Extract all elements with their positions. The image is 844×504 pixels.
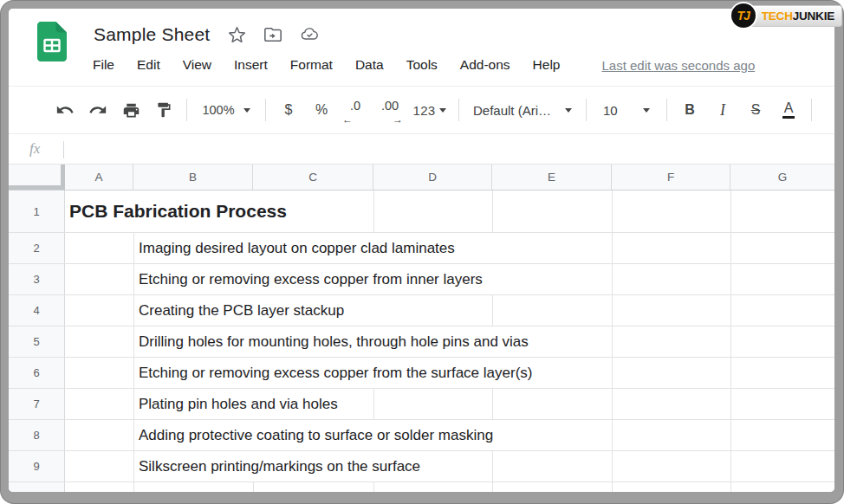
- toolbar-separator: [458, 99, 459, 121]
- menu-tools[interactable]: Tools: [406, 57, 438, 73]
- italic-button[interactable]: I: [706, 94, 739, 126]
- techjunkie-wordmark: TECHJUNKIE: [750, 5, 842, 27]
- font-size-select[interactable]: 10: [593, 94, 660, 126]
- printer-icon: [122, 101, 140, 120]
- chevron-down-icon: [439, 108, 446, 113]
- sheet-row[interactable]: 8 Adding protective coating to surface o…: [9, 420, 834, 451]
- techjunkie-badge: TJ TECHJUNKIE: [731, 3, 842, 28]
- paint-roller-icon: [155, 101, 172, 119]
- more-formats-label: 123: [413, 103, 436, 118]
- screenshot: Sample Sheet File Edit View Insert Forma…: [0, 0, 844, 504]
- cell-text: Adding protective coating to surface or …: [139, 420, 493, 450]
- cloud-saved-icon[interactable]: [300, 25, 319, 44]
- row-header[interactable]: 9: [9, 451, 65, 481]
- font-select[interactable]: Default (Ari…: [465, 94, 580, 126]
- row-header[interactable]: 1: [9, 191, 65, 232]
- menu-format[interactable]: Format: [290, 57, 333, 73]
- column-header-g[interactable]: G: [730, 165, 834, 190]
- menu-file[interactable]: File: [93, 57, 114, 73]
- arrow-left-icon: ←: [342, 114, 353, 125]
- arrow-right-icon: →: [393, 114, 403, 125]
- cell-text: Etching or removing excess copper from t…: [139, 358, 532, 388]
- column-header-b[interactable]: B: [133, 165, 253, 190]
- decrease-decimal-button[interactable]: .0 ←: [338, 94, 373, 126]
- chevron-down-icon: [243, 108, 250, 113]
- techjunkie-monogram-icon: TJ: [731, 3, 756, 28]
- toolbar-separator: [265, 99, 266, 121]
- print-button[interactable]: [114, 94, 147, 126]
- bold-button[interactable]: B: [673, 94, 706, 126]
- sheet-row-partial[interactable]: [9, 482, 834, 492]
- column-header-c[interactable]: C: [253, 165, 373, 190]
- cell-text: Creating the PCB layer stackup: [139, 295, 344, 326]
- text-color-button[interactable]: A: [772, 94, 805, 126]
- toolbar-separator: [666, 99, 667, 121]
- row-header[interactable]: [9, 482, 65, 492]
- row-header[interactable]: 5: [9, 326, 65, 357]
- paint-format-button[interactable]: [147, 94, 180, 126]
- sheet-row[interactable]: 9 Silkscreen printing/markings on the su…: [9, 451, 834, 482]
- menu-help[interactable]: Help: [533, 57, 561, 73]
- brand-text-junkie: JUNKIE: [793, 10, 834, 23]
- menu-edit[interactable]: Edit: [137, 57, 160, 73]
- increase-decimal-label: .00: [381, 99, 399, 113]
- cell-text: Drilling holes for mounting holes, throu…: [139, 326, 529, 357]
- redo-icon: [88, 100, 107, 120]
- toolbar-separator: [586, 99, 587, 121]
- row-header[interactable]: 2: [9, 233, 65, 263]
- menu-insert[interactable]: Insert: [234, 57, 268, 73]
- row-header[interactable]: 6: [9, 358, 65, 388]
- font-name: Default (Ari…: [473, 103, 551, 118]
- decrease-decimal-label: .0: [350, 99, 360, 113]
- font-size-value: 10: [603, 103, 618, 118]
- menu-data[interactable]: Data: [355, 57, 384, 73]
- formula-bar-separator: [63, 141, 64, 158]
- document-title[interactable]: Sample Sheet: [94, 24, 210, 45]
- google-sheets-icon[interactable]: [37, 22, 67, 61]
- menu-bar: File Edit View Insert Format Data Tools …: [93, 57, 755, 73]
- column-header-a[interactable]: A: [65, 165, 133, 190]
- last-edit-link[interactable]: Last edit was seconds ago: [601, 58, 755, 73]
- format-percent-button[interactable]: %: [305, 94, 338, 126]
- sheet-row[interactable]: 5 Drilling holes for mounting holes, thr…: [9, 326, 834, 358]
- toolbar-separator: [811, 99, 812, 121]
- toolbar-separator: [186, 99, 187, 121]
- sheet-row[interactable]: 6 Etching or removing excess copper from…: [9, 358, 834, 389]
- cell-text: Plating pin holes and via holes: [139, 389, 338, 419]
- column-header-d[interactable]: D: [373, 165, 492, 190]
- text-color-label: A: [782, 101, 795, 119]
- column-header-e[interactable]: E: [492, 165, 612, 190]
- column-header-row: A B C D E F G: [9, 165, 834, 191]
- sheet-row[interactable]: 3 Etching or removing excess copper from…: [9, 264, 834, 295]
- select-all-corner[interactable]: [9, 165, 65, 190]
- chevron-down-icon: [643, 108, 650, 113]
- zoom-select[interactable]: 100%: [193, 94, 259, 126]
- row-header[interactable]: 7: [9, 389, 65, 419]
- sheets-app-window: Sample Sheet File Edit View Insert Forma…: [9, 9, 834, 492]
- column-header-f[interactable]: F: [612, 165, 730, 190]
- move-to-folder-icon[interactable]: [263, 25, 282, 44]
- menu-view[interactable]: View: [183, 57, 211, 73]
- app-header: Sample Sheet File Edit View Insert Forma…: [9, 9, 834, 87]
- sheet-row[interactable]: 1 PCB Fabrication Process: [9, 191, 834, 233]
- redo-button[interactable]: [81, 94, 114, 126]
- row-header[interactable]: 4: [9, 295, 65, 326]
- chevron-down-icon: [565, 108, 572, 113]
- brand-text-tech: TECH: [762, 10, 793, 23]
- strikethrough-button[interactable]: S: [739, 94, 772, 126]
- sheet-row[interactable]: 2 Imaging desired layout on copper clad …: [9, 233, 834, 264]
- sheet-row[interactable]: 7 Plating pin holes and via holes: [9, 389, 834, 420]
- row-header[interactable]: 3: [9, 264, 65, 294]
- menu-add-ons[interactable]: Add-ons: [460, 57, 510, 73]
- zoom-value: 100%: [202, 103, 234, 117]
- undo-button[interactable]: [49, 94, 81, 126]
- more-formats-button[interactable]: 123: [407, 94, 452, 126]
- formula-input[interactable]: [71, 134, 834, 164]
- formula-bar: fx: [9, 134, 834, 165]
- sheet-row[interactable]: 4 Creating the PCB layer stackup: [9, 295, 834, 326]
- row-header[interactable]: 8: [9, 420, 65, 450]
- format-currency-button[interactable]: $: [272, 94, 305, 126]
- increase-decimal-button[interactable]: .00 →: [373, 94, 407, 126]
- star-icon[interactable]: [227, 25, 246, 44]
- cell-text: Silkscreen printing/markings on the surf…: [139, 451, 420, 481]
